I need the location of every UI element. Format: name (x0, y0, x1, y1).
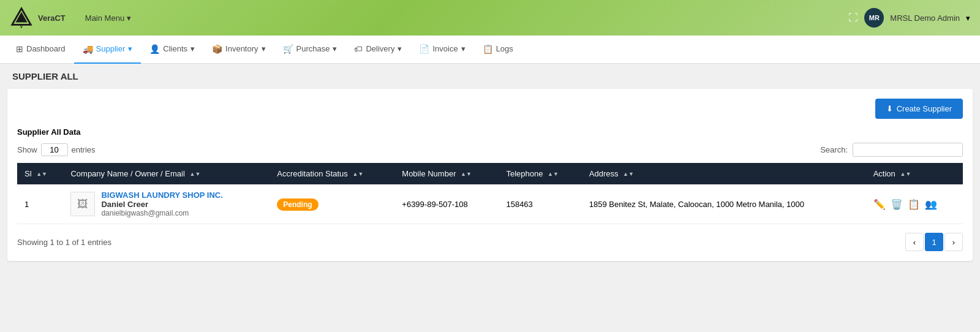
avatar: MR (864, 8, 884, 28)
create-supplier-icon: ⬇ (886, 104, 893, 113)
col-accreditation: Accreditation Status ▲▼ (270, 163, 394, 184)
entries-label: entries (72, 145, 96, 154)
delivery-icon: 🏷 (354, 44, 363, 54)
invoice-chevron-icon: ▾ (461, 44, 466, 53)
invoice-icon: 📄 (419, 44, 429, 54)
clients-chevron-icon: ▾ (190, 44, 195, 53)
nav-item-clients[interactable]: 👤 Clients ▾ (141, 36, 203, 64)
company-cell: 🖼 BIGWASH LAUNDRY SHOP INC. Daniel Creer… (70, 191, 262, 217)
delete-icon[interactable]: 🗑️ (891, 198, 903, 210)
main-menu-label: Main Menu (85, 13, 124, 23)
dashboard-icon: ⊞ (16, 44, 23, 54)
action-icons: ✏️ 🗑️ 📋 👥 (873, 198, 956, 210)
page-content: SUPPLIER ALL ⬇ Create Supplier Supplier … (0, 64, 980, 332)
nav-bar: ⊞ Dashboard 🚚 Supplier ▾ 👤 Clients ▾ 📦 I… (0, 36, 980, 64)
nav-item-inventory[interactable]: 📦 Inventory ▾ (203, 36, 274, 64)
company-name[interactable]: BIGWASH LAUNDRY SHOP INC. (101, 191, 222, 200)
svg-text:V: V (20, 25, 23, 29)
sort-arrows-sl[interactable]: ▲▼ (36, 172, 47, 177)
supplier-icon: 🚚 (83, 44, 93, 54)
sort-arrows-accreditation[interactable]: ▲▼ (352, 172, 363, 177)
nav-item-purchase[interactable]: 🛒 Purchase ▾ (274, 36, 346, 64)
main-menu-button[interactable]: Main Menu ▾ (85, 13, 131, 23)
nav-item-delivery[interactable]: 🏷 Delivery ▾ (345, 36, 410, 64)
admin-chevron-icon: ▾ (966, 13, 970, 23)
create-supplier-button[interactable]: ⬇ Create Supplier (875, 99, 963, 119)
email-text: danielbigwash@gmail.com (101, 209, 222, 217)
show-entries-input[interactable]: 10 (41, 143, 68, 156)
pagination-controls: ‹ 1 › (905, 233, 963, 251)
col-telephone: Telephone ▲▼ (499, 163, 581, 184)
next-page-button[interactable]: › (944, 233, 963, 251)
col-address: Address ▲▼ (582, 163, 866, 184)
col-company: Company Name / Owner / Email ▲▼ (63, 163, 270, 184)
col-mobile: Mobile Number ▲▼ (394, 163, 499, 184)
nav-item-logs[interactable]: 📋 Logs (474, 36, 522, 64)
veract-logo-icon: V (10, 6, 33, 29)
prev-page-button[interactable]: ‹ (905, 233, 924, 251)
purchase-icon: 🛒 (283, 44, 293, 54)
supplier-image: 🖼 (70, 192, 95, 216)
sort-arrows-address[interactable]: ▲▼ (623, 172, 634, 177)
cell-address: 1859 Benitez St, Malate, Caloocan, 1000 … (582, 184, 866, 224)
company-info: BIGWASH LAUNDRY SHOP INC. Daniel Creer d… (101, 191, 222, 217)
card-title: Supplier All Data (17, 127, 963, 137)
inventory-icon: 📦 (212, 44, 222, 54)
card-header-row: ⬇ Create Supplier (17, 99, 963, 119)
owner-name: Daniel Creer (101, 200, 222, 209)
sort-arrows-mobile[interactable]: ▲▼ (461, 172, 472, 177)
cell-telephone: 158463 (499, 184, 581, 224)
main-card: ⬇ Create Supplier Supplier All Data Show… (7, 89, 973, 261)
nav-item-dashboard[interactable]: ⊞ Dashboard (7, 36, 74, 64)
table-body: 1 🖼 BIGWASH LAUNDRY SHOP INC. Daniel Cre… (17, 184, 963, 224)
cell-company: 🖼 BIGWASH LAUNDRY SHOP INC. Daniel Creer… (63, 184, 270, 224)
logs-icon: 📋 (483, 44, 493, 54)
search-label: Search: (820, 145, 848, 154)
logo-area: V VeraCT Main Menu ▾ (10, 6, 131, 29)
supplier-chevron-icon: ▾ (128, 44, 132, 53)
table-header: Sl ▲▼ Company Name / Owner / Email ▲▼ Ac… (17, 163, 963, 184)
cell-accreditation: Pending (270, 184, 394, 224)
chevron-down-icon: ▾ (127, 13, 131, 23)
logo-text: VeraCT (38, 13, 66, 23)
clients-icon: 👤 (149, 44, 160, 54)
search-area: Search: (820, 143, 963, 157)
page-title: SUPPLIER ALL (12, 71, 78, 81)
showing-text: Showing 1 to 1 of 1 entries (17, 238, 111, 247)
page-1-button[interactable]: 1 (925, 233, 943, 251)
cell-action: ✏️ 🗑️ 📋 👥 (866, 184, 963, 224)
table-row: 1 🖼 BIGWASH LAUNDRY SHOP INC. Daniel Cre… (17, 184, 963, 224)
delivery-chevron-icon: ▾ (398, 44, 402, 53)
sort-arrows-action[interactable]: ▲▼ (900, 172, 911, 177)
col-action: Action ▲▼ (866, 163, 963, 184)
header-right: ⛶ MR MRSL Demo Admin ▾ (848, 8, 970, 28)
pagination-row: Showing 1 to 1 of 1 entries ‹ 1 › (17, 233, 963, 251)
show-entries: Show 10 entries (17, 143, 96, 156)
supplier-table: Sl ▲▼ Company Name / Owner / Email ▲▼ Ac… (17, 163, 963, 224)
sort-arrows-company[interactable]: ▲▼ (189, 172, 200, 177)
inventory-chevron-icon: ▾ (262, 44, 266, 53)
top-header: V VeraCT Main Menu ▾ ⛶ MR MRSL Demo Admi… (0, 0, 980, 36)
search-input[interactable] (853, 143, 963, 157)
nav-item-invoice[interactable]: 📄 Invoice ▾ (410, 36, 473, 64)
admin-name: MRSL Demo Admin (890, 13, 960, 23)
col-sl: Sl ▲▼ (17, 163, 63, 184)
show-label: Show (17, 145, 37, 154)
sort-arrows-telephone[interactable]: ▲▼ (548, 172, 559, 177)
view-icon[interactable]: 📋 (908, 198, 920, 210)
accreditation-badge: Pending (277, 198, 318, 211)
edit-icon[interactable]: ✏️ (873, 198, 886, 210)
cell-sl: 1 (17, 184, 63, 224)
table-controls: Show 10 entries Search: (17, 143, 963, 157)
nav-item-supplier[interactable]: 🚚 Supplier ▾ (74, 36, 141, 64)
cell-mobile: +6399-89-507-108 (394, 184, 499, 224)
expand-icon[interactable]: ⛶ (848, 12, 858, 23)
assign-icon[interactable]: 👥 (925, 198, 937, 210)
purchase-chevron-icon: ▾ (333, 44, 337, 53)
page-title-bar: SUPPLIER ALL (0, 64, 980, 89)
